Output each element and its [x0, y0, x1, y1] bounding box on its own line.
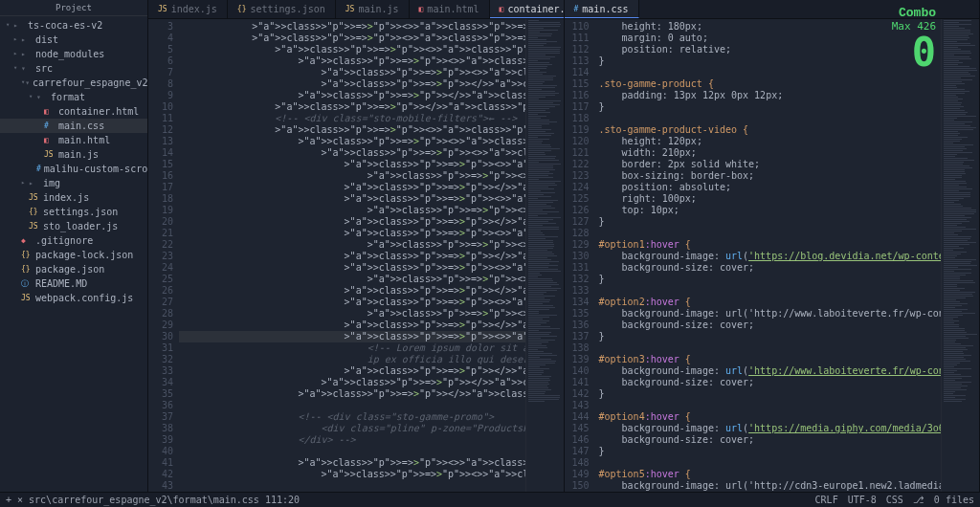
- left-editor-pane: JSindex.js{}settings.jsonJSmain.js◧main.…: [148, 0, 565, 492]
- file-tree[interactable]: ▾▸ts-coca-es-v2▸▸dist▸▸node_modules▾▾src…: [0, 16, 147, 307]
- tab[interactable]: {}settings.json: [228, 0, 336, 18]
- cursor-position[interactable]: 111:20: [265, 495, 300, 505]
- status-item[interactable]: ⎇: [913, 495, 924, 505]
- status-item[interactable]: UTF-8: [848, 495, 877, 505]
- tree-item[interactable]: JSindex.js: [0, 190, 147, 205]
- right-editor-pane: #main.css 110111112113114115116117118119…: [565, 0, 981, 492]
- tree-item[interactable]: ▾▾format: [0, 90, 147, 104]
- tree-item[interactable]: ⓘREADME.MD: [0, 276, 147, 291]
- combo-value: 0: [892, 33, 936, 73]
- tab[interactable]: ◧container.html: [490, 0, 565, 18]
- tab[interactable]: ◧main.html: [410, 0, 490, 18]
- left-code[interactable]: >"a">>class>>"p">>=>>"p">><>>"a">>class>…: [179, 19, 525, 492]
- tree-item[interactable]: {}package.json: [0, 262, 147, 276]
- tree-item[interactable]: ▸▸node_modules: [0, 47, 147, 61]
- tree-item[interactable]: JSsto_loader.js: [0, 219, 147, 233]
- tree-item[interactable]: ▾▸ts-coca-es-v2: [0, 18, 147, 33]
- status-item[interactable]: CRLF: [815, 495, 838, 505]
- status-item[interactable]: 0 files: [934, 495, 974, 505]
- tree-item[interactable]: JSmain.js: [0, 147, 147, 162]
- tree-item[interactable]: ▸▸img: [0, 176, 147, 190]
- left-tabs: JSindex.js{}settings.jsonJSmain.js◧main.…: [148, 0, 564, 19]
- tree-item[interactable]: #main.css: [0, 119, 147, 133]
- status-item[interactable]: CSS: [886, 495, 903, 505]
- tree-item[interactable]: ▾▾src: [0, 61, 147, 76]
- tree-item[interactable]: ◆.gitignore: [0, 233, 147, 248]
- combo-meter: Combo Max 426 0: [892, 6, 936, 73]
- right-gutter: 1101111121131141151161171181191201211221…: [565, 19, 595, 492]
- tree-item[interactable]: ◧container.html: [0, 104, 147, 119]
- add-icon[interactable]: +: [6, 495, 11, 505]
- project-sidebar: Project ▾▸ts-coca-es-v2▸▸dist▸▸node_modu…: [0, 0, 148, 492]
- combo-title: Combo: [892, 6, 936, 20]
- left-gutter: 3456789101112131415161718192021222324252…: [148, 19, 179, 492]
- tree-item[interactable]: {}settings.json: [0, 205, 147, 219]
- tree-item[interactable]: {}package-lock.json: [0, 248, 147, 262]
- right-code[interactable]: height: 180px; margin: 0 auto; position:…: [595, 19, 942, 492]
- tab[interactable]: JSindex.js: [148, 0, 228, 18]
- tree-item[interactable]: ▾▾carrefour_espagne_v2: [0, 76, 147, 90]
- tab[interactable]: #main.css: [565, 0, 639, 18]
- close-icon[interactable]: ×: [17, 495, 23, 505]
- tab[interactable]: JSmain.js: [336, 0, 410, 18]
- tree-item[interactable]: JSwebpack.config.js: [0, 291, 147, 305]
- status-path[interactable]: src\carrefour_espagne_v2\format\main.css: [29, 495, 259, 505]
- tree-item[interactable]: #malihu-custom-scrollbar.css: [0, 162, 147, 176]
- right-minimap[interactable]: [941, 19, 979, 492]
- left-minimap[interactable]: [525, 19, 564, 492]
- sidebar-title: Project: [0, 0, 147, 16]
- tree-item[interactable]: ◧main.html: [0, 133, 147, 147]
- status-bar: + × src\carrefour_espagne_v2\format\main…: [0, 492, 980, 507]
- tree-item[interactable]: ▸▸dist: [0, 33, 147, 47]
